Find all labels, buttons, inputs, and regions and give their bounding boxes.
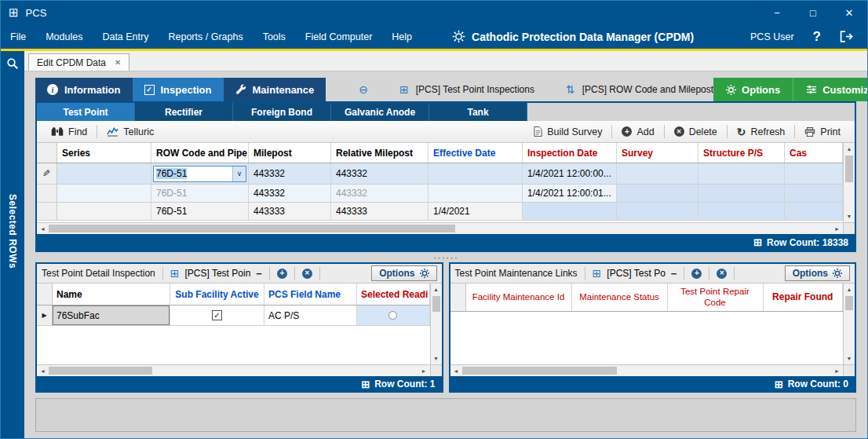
vertical-scrollbar[interactable]: ▲ ▼ [843,143,855,222]
col-sub-facility-active[interactable]: Sub Facility Active [170,284,264,305]
scroll-up-icon[interactable]: ▲ [844,284,855,295]
col-effective-date[interactable]: Effective Date [429,143,523,163]
collapse-button[interactable]: − [256,268,262,280]
tab-rectifier[interactable]: Rectifier [135,103,233,121]
cell-survey[interactable] [617,163,698,184]
active-sort-name[interactable]: [PCS] ROW Code and Milepost [582,84,713,95]
menu-reports-graphs[interactable]: Reports / Graphs [168,31,243,42]
col-casing[interactable]: Cas [785,143,843,163]
refresh-button[interactable]: ↻ Refresh [729,121,793,142]
active-grid-name[interactable]: [PCS] Test Point Inspections [416,84,534,95]
scroll-track[interactable] [462,365,832,376]
checkbox-checked[interactable]: ✓ [212,310,222,320]
options-button[interactable]: Options [713,78,793,101]
scroll-left-icon[interactable]: ◄ [37,223,49,234]
scroll-left-icon[interactable]: ◄ [37,365,49,376]
maintenance-grid-name[interactable]: [PCS] Test Po [607,268,665,279]
vertical-scrollbar[interactable]: ▲ ▼ [430,284,442,364]
scroll-right-icon[interactable]: ► [831,365,843,376]
scroll-track[interactable] [49,223,831,234]
cell-selected-reading[interactable] [357,305,430,325]
find-button[interactable]: Find [43,121,95,142]
col-pcs-field-name[interactable]: PCS Field Name [264,284,357,305]
col-inspection-date[interactable]: Inspection Date [523,143,617,163]
collapse-icon[interactable]: ⊖ [359,83,368,96]
tab-inspection[interactable]: ✓ Inspection [133,78,224,101]
cell-pcs-field-name[interactable]: AC P/S [264,305,357,325]
maintenance-options-button[interactable]: Options [785,265,850,281]
cell-series[interactable] [57,203,151,220]
scroll-thumb[interactable] [845,296,853,310]
row-code-combobox[interactable]: 76D-51 ∨ [153,166,246,182]
maximize-button[interactable]: □ [795,1,831,24]
add-record-button[interactable]: + [277,269,287,279]
tab-galvanic-anode[interactable]: Galvanic Anode [331,103,429,121]
cell-inspection-date[interactable]: 1/4/2021 12:00:00... [523,163,617,184]
add-button[interactable]: + Add [614,121,662,142]
menu-tools[interactable]: Tools [263,31,286,42]
horizontal-scrollbar[interactable]: ◄ ► [37,364,442,376]
cell-row-code[interactable]: 76D-51 [151,185,249,202]
cell-row-code[interactable]: 76D-51 [151,203,249,220]
radio-unselected[interactable] [388,311,397,320]
help-button[interactable]: ? [813,29,821,45]
menu-data-entry[interactable]: Data Entry [102,31,148,42]
col-selected-reading[interactable]: Selected Readi [357,284,430,305]
scroll-right-icon[interactable]: ► [831,223,843,234]
scroll-thumb[interactable] [432,296,440,312]
cell-inspection-date[interactable]: 1/4/2021 12:00:01... [523,185,617,202]
delete-record-button[interactable]: ✕ [717,269,727,279]
scroll-track[interactable] [49,365,418,376]
tab-edit-cpdm-data[interactable]: Edit CPDM Data ✕ [28,53,129,71]
cell-row-code[interactable]: 76D-51 ∨ [151,163,249,184]
cell-structure-ps[interactable] [698,163,785,184]
cell-effective-date[interactable] [429,163,523,184]
cell-relative-milepost[interactable]: 443332 [331,163,429,184]
delete-button[interactable]: ✕ Delete [666,121,725,142]
col-survey[interactable]: Survey [617,143,698,163]
cell-effective-date[interactable] [429,185,523,202]
grid-row[interactable]: 76D-51 443332 443332 1/4/2021 12:00:01..… [37,185,843,203]
cell-casing[interactable] [785,163,843,184]
scroll-thumb[interactable] [845,155,853,182]
customize-button[interactable]: Customize [793,78,868,101]
delete-record-button[interactable]: ✕ [302,269,312,279]
col-maintenance-status[interactable]: Maintenance Status [572,284,668,311]
scroll-track[interactable] [431,313,442,353]
scroll-thumb[interactable] [49,225,455,232]
horizontal-scrollbar[interactable]: ◄ ► [37,222,855,234]
cell-milepost[interactable]: 443332 [249,163,331,184]
cell-casing[interactable] [785,185,843,202]
scroll-right-icon[interactable]: ► [418,365,430,376]
detail-grid-name[interactable]: [PCS] Test Poin [184,268,250,279]
row-header[interactable] [37,203,57,220]
scroll-thumb[interactable] [462,367,618,375]
scroll-track[interactable] [844,183,855,210]
cell-structure-ps[interactable] [698,185,785,202]
col-repair-found[interactable]: Repair Found [764,284,844,311]
menu-help[interactable]: Help [392,31,412,42]
cell-casing[interactable] [785,203,843,220]
vertical-scrollbar[interactable]: ▲ ▼ [843,284,855,364]
scroll-down-icon[interactable]: ▼ [844,210,855,222]
scroll-up-icon[interactable]: ▲ [844,143,855,155]
cell-name[interactable]: 76SubFac [53,305,170,325]
scroll-up-icon[interactable]: ▲ [431,284,442,295]
cell-series[interactable] [57,185,151,202]
row-header[interactable] [37,185,57,202]
collapse-button[interactable]: − [671,268,677,280]
col-relative-milepost[interactable]: Relative Milepost [331,143,429,163]
tab-close-icon[interactable]: ✕ [115,58,121,67]
cell-survey[interactable] [617,185,698,202]
add-record-button[interactable]: + [691,269,702,279]
close-button[interactable]: ✕ [831,1,867,24]
splitter-handle[interactable]: ······ [35,252,856,262]
menu-field-computer[interactable]: Field Computer [305,31,372,42]
col-series[interactable]: Series [57,143,151,163]
scroll-left-icon[interactable]: ◄ [450,365,462,376]
cell-relative-milepost[interactable]: 443332 [331,185,429,202]
col-milepost[interactable]: Milepost [249,143,331,163]
scroll-track[interactable] [844,311,855,353]
combo-dropdown-icon[interactable]: ∨ [232,166,246,181]
scroll-down-icon[interactable]: ▼ [844,353,855,364]
